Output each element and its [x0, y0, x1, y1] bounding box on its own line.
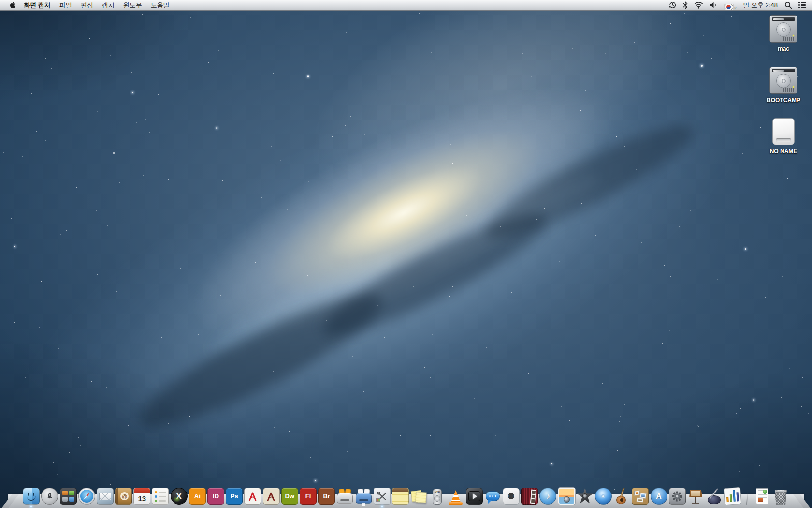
dock-icon-indesign[interactable]: ID — [207, 488, 224, 505]
dock-icon-grab-screen-capture[interactable] — [374, 488, 391, 505]
menu-file[interactable]: 파일 — [55, 0, 76, 10]
star — [180, 268, 181, 269]
star — [787, 178, 788, 179]
spotlight-menu[interactable] — [783, 0, 794, 10]
star — [437, 226, 437, 227]
star — [623, 319, 624, 320]
dock-icon-video-converter[interactable] — [355, 488, 372, 505]
input-source-menu[interactable]: 2 — [723, 0, 738, 10]
dock-icon-dreamweaver[interactable]: Dw — [281, 488, 298, 505]
wifi-menu[interactable] — [693, 0, 705, 10]
dock-icon-numbers[interactable] — [724, 488, 741, 505]
star — [178, 137, 178, 137]
desktop-wallpaper — [0, 0, 812, 508]
dock-icon-keynote[interactable] — [687, 488, 704, 505]
dock-icon-vlc[interactable] — [447, 488, 464, 505]
star — [97, 274, 98, 275]
star — [450, 296, 450, 297]
volume-menu[interactable] — [708, 0, 719, 10]
star — [356, 25, 357, 26]
bluetooth-menu[interactable] — [682, 0, 689, 10]
dock-icon-stickies[interactable] — [410, 488, 427, 505]
dock-icon-illustrator[interactable]: Ai — [189, 488, 206, 505]
vignette — [0, 0, 812, 508]
trigram — [731, 8, 733, 10]
dock-icon-quicktime-player[interactable] — [466, 488, 483, 505]
dock-icon-notes[interactable] — [392, 488, 409, 505]
star — [486, 347, 487, 348]
star — [107, 43, 108, 43]
star — [66, 230, 67, 231]
volume-icon — [710, 1, 718, 9]
dock-icon-trash[interactable] — [772, 488, 789, 505]
dock-icon-iweb[interactable] — [632, 488, 649, 505]
menu-edit[interactable]: 편집 — [76, 0, 98, 10]
dock-icon-flash[interactable]: Fl — [300, 488, 317, 505]
menu-window[interactable]: 윈도우 — [119, 0, 146, 10]
menu-app-name[interactable]: 화면 캡처 — [19, 0, 55, 10]
dock-icon-facetime[interactable] — [503, 488, 520, 505]
star — [425, 418, 425, 419]
dock-icon-safari[interactable] — [78, 488, 95, 505]
star — [740, 408, 741, 409]
dock-icon-mail[interactable] — [97, 488, 114, 505]
dock-icon-iphoto[interactable] — [558, 488, 575, 505]
removable-drive-icon — [772, 118, 795, 145]
dock-icon-pages[interactable] — [706, 488, 723, 505]
star — [513, 56, 514, 56]
star — [196, 380, 196, 381]
star — [670, 276, 671, 277]
dock-icon-system-preferences[interactable] — [669, 488, 686, 505]
dock-icon-photo-booth[interactable] — [521, 488, 538, 505]
dock-icon-reminders[interactable] — [152, 488, 169, 505]
dock-icon-documents-stack[interactable] — [754, 488, 771, 505]
dock-icon-quarkxpress[interactable]: X — [171, 488, 188, 505]
apple-menu[interactable] — [10, 1, 16, 9]
star — [742, 153, 743, 154]
menu-bar-left: 화면 캡처 파일 편집 캡처 윈도우 도움말 — [0, 0, 174, 10]
menu-clock[interactable]: 일 오후 2:48 — [741, 0, 780, 10]
dock-icon-dvd-player[interactable]: DVD — [429, 488, 446, 505]
dock-icon-idvd[interactable] — [595, 488, 612, 505]
dock-icon-calendar[interactable]: 13 — [133, 488, 150, 505]
dock-icon-contacts[interactable]: @ — [115, 488, 132, 505]
dock: @13XAiIDPsDwFlBrDVD♪A — [0, 480, 812, 508]
desktop-drive-bootcamp[interactable]: BOOTCAMP — [762, 67, 805, 104]
dock-icon-finder[interactable] — [23, 488, 40, 505]
dock-icon-itunes[interactable]: ♪ — [539, 488, 556, 505]
time-machine-menu[interactable] — [667, 0, 678, 10]
star — [701, 65, 703, 67]
dock-icon-messages[interactable] — [484, 488, 501, 505]
star — [273, 371, 274, 372]
dock-icon-photoshop[interactable]: Ps — [226, 488, 243, 505]
menu-help[interactable]: 도움말 — [146, 0, 174, 10]
dock-icon-toast-titanium[interactable] — [336, 488, 353, 505]
star — [136, 122, 137, 123]
star — [377, 65, 377, 66]
star — [142, 14, 143, 15]
star — [36, 131, 37, 132]
desktop-drive-mac[interactable]: mac — [762, 15, 805, 52]
star — [752, 95, 753, 95]
star — [186, 111, 186, 112]
star — [288, 155, 289, 155]
star — [223, 100, 224, 100]
dock-icon-mission-control[interactable] — [60, 488, 77, 505]
star — [753, 399, 754, 401]
drive-label: BOOTCAMP — [767, 97, 800, 104]
dock-icon-bridge[interactable]: Br — [318, 488, 335, 505]
dock-icon-imovie[interactable] — [577, 488, 594, 505]
star — [347, 451, 348, 452]
star — [225, 287, 225, 287]
star — [271, 146, 272, 147]
dock-icon-app-store[interactable]: A — [651, 488, 667, 505]
star — [120, 314, 120, 314]
menu-capture[interactable]: 캡처 — [98, 0, 119, 10]
desktop-drive-no-name[interactable]: NO NAME — [762, 118, 805, 155]
dock-icon-launchpad[interactable] — [41, 488, 58, 505]
korean-flag-icon — [724, 4, 734, 10]
notification-center-menu[interactable] — [797, 0, 807, 10]
dock-icon-garageband[interactable] — [613, 488, 630, 505]
dock-icon-acrobat-distiller[interactable] — [263, 488, 280, 505]
dock-icon-acrobat[interactable] — [244, 488, 261, 505]
